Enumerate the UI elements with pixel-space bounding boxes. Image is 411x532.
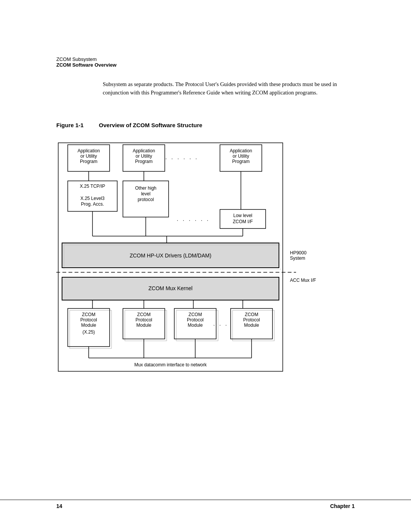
footer: 14 Chapter 1 (0, 500, 411, 509)
svg-text:. . . . . .: . . . . . . (177, 216, 210, 222)
svg-text:or Utility: or Utility (80, 153, 97, 159)
svg-text:ZCOM Mux Kernel: ZCOM Mux Kernel (148, 285, 193, 291)
svg-text:ZCOM I/F: ZCOM I/F (233, 219, 253, 224)
svg-text:Module: Module (244, 323, 259, 328)
footer-page-number: 14 (56, 503, 62, 509)
svg-text:ACC Mux I/F: ACC Mux I/F (290, 278, 316, 283)
figure-heading: Figure 1-1 Overview of ZCOM Software Str… (56, 122, 202, 128)
svg-text:Module: Module (188, 323, 203, 328)
svg-text:or Utility: or Utility (233, 153, 249, 159)
svg-text:ZCOM HP-UX Drivers (LDM/DAM): ZCOM HP-UX Drivers (LDM/DAM) (130, 252, 212, 259)
svg-text:ZCOM: ZCOM (137, 312, 150, 317)
svg-text:Program: Program (232, 159, 250, 164)
svg-text:HP9000: HP9000 (290, 250, 307, 256)
intro-paragraph: Subsystem as separate products. The Prot… (103, 80, 355, 97)
svg-text:X.25 TCP/IP: X.25 TCP/IP (80, 184, 105, 189)
svg-text:ZCOM: ZCOM (245, 312, 258, 317)
svg-text:Application: Application (230, 148, 252, 153)
header-subsystem: ZCOM Subsystem (56, 56, 116, 62)
svg-text:Prog. Accs.: Prog. Accs. (81, 201, 104, 207)
diagram-svg: Application or Utility Program Applicati… (56, 141, 330, 388)
svg-text:or Utility: or Utility (135, 153, 152, 159)
figure-number: Figure 1-1 (56, 122, 84, 128)
svg-text:Protocol: Protocol (135, 317, 152, 323)
svg-text:Mux datacomm interface to netw: Mux datacomm interface to network (134, 362, 207, 367)
header: ZCOM Subsystem ZCOM Software Overview (56, 56, 116, 68)
svg-text:Other high: Other high (135, 185, 156, 191)
svg-text:X.25 Level3: X.25 Level3 (80, 196, 105, 201)
svg-text:System: System (290, 256, 305, 261)
svg-text:level: level (141, 191, 151, 197)
svg-text:Protocol: Protocol (80, 317, 97, 323)
footer-chapter: Chapter 1 (330, 503, 355, 509)
svg-text:Program: Program (135, 159, 153, 164)
svg-text:Application: Application (78, 148, 100, 153)
svg-text:Module: Module (136, 323, 151, 328)
diagram-container: Application or Utility Program Applicati… (56, 141, 330, 390)
svg-text:Module: Module (81, 323, 96, 328)
page: ZCOM Subsystem ZCOM Software Overview Su… (0, 0, 411, 532)
svg-text:Program: Program (80, 159, 97, 164)
svg-text:ZCOM: ZCOM (82, 312, 95, 317)
header-section: ZCOM Software Overview (56, 62, 116, 68)
svg-text:. . . . . .: . . . . . . (166, 154, 199, 160)
svg-text:protocol: protocol (138, 197, 154, 202)
svg-text:(X.25): (X.25) (83, 329, 95, 335)
svg-text:Low level: Low level (233, 213, 252, 218)
svg-text:Protocol: Protocol (187, 317, 204, 323)
svg-text:Protocol: Protocol (243, 317, 260, 323)
svg-text:Application: Application (133, 148, 155, 153)
figure-title: Overview of ZCOM Software Structure (99, 122, 202, 128)
svg-text:ZCOM: ZCOM (188, 312, 202, 317)
